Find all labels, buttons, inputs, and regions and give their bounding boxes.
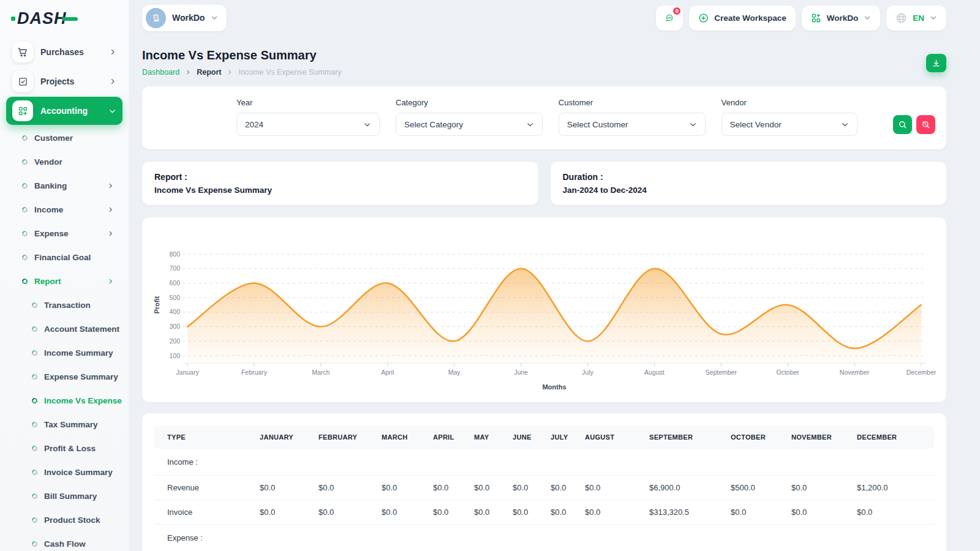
sidebar-item-product-stock[interactable]: Product Stock <box>0 508 129 532</box>
filter-panel: Year 2024 Category Select Category Custo… <box>142 86 946 149</box>
sidebar-item-label: Profit & Loss <box>44 444 96 453</box>
svg-text:200: 200 <box>169 337 180 345</box>
chat-button[interactable]: 0 <box>656 6 683 31</box>
sidebar-item-profit-loss[interactable]: Profit & Loss <box>0 437 129 460</box>
svg-text:December: December <box>907 369 937 376</box>
bullet-icon <box>31 516 39 524</box>
chevron-right-icon <box>107 278 114 285</box>
chevron-right-icon <box>109 48 116 56</box>
workspace-selector[interactable]: WorkDo <box>142 5 227 31</box>
bullet-icon <box>31 444 39 452</box>
bullet-icon <box>31 373 39 381</box>
duration-value: Jan-2024 to Dec-2024 <box>563 186 935 195</box>
sidebar-item-financial-goal[interactable]: Financial Goal <box>0 246 129 269</box>
income-expense-table: TYPEJANUARYFEBRUARYMARCHAPRILMAYJUNEJULY… <box>154 425 934 551</box>
sidebar-item-projects[interactable]: Projects <box>6 67 123 96</box>
workspace-avatar <box>146 8 166 28</box>
search-off-icon <box>921 120 930 129</box>
sidebar-item-label: Customer <box>34 133 73 143</box>
workspace-name: WorkDo <box>172 13 205 23</box>
sidebar-item-label: Tax Summary <box>44 420 98 429</box>
svg-text:May: May <box>448 369 461 376</box>
column-header: JUNE <box>507 425 545 449</box>
sidebar-item-expense[interactable]: Expense <box>0 222 129 246</box>
customer-select-value: Select Customer <box>567 120 628 129</box>
chevron-down-icon <box>211 14 218 21</box>
column-header: JULY <box>545 425 579 449</box>
sidebar-item-transaction[interactable]: Transaction <box>0 293 129 317</box>
category-select[interactable]: Select Category <box>396 113 543 136</box>
language-selector[interactable]: EN <box>886 6 946 31</box>
svg-text:January: January <box>176 369 199 376</box>
cart-icon <box>12 42 33 62</box>
table-header-row: TYPEJANUARYFEBRUARYMARCHAPRILMAYJUNEJULY… <box>154 425 934 449</box>
column-header: JANUARY <box>254 425 312 449</box>
sidebar-item-invoice-summary[interactable]: Invoice Summary <box>0 460 129 484</box>
breadcrumb-report-link[interactable]: Report <box>197 68 221 77</box>
create-workspace-button[interactable]: Create Workspace <box>689 6 796 31</box>
sidebar-item-label: Vendor <box>34 157 62 167</box>
bullet-icon <box>31 301 39 309</box>
workdo-menu-button[interactable]: WorkDo <box>802 6 881 31</box>
breadcrumb-dashboard-link[interactable]: Dashboard <box>142 68 179 77</box>
sidebar-item-banking[interactable]: Banking <box>0 174 129 198</box>
sidebar-item-label: Invoice Summary <box>44 468 113 477</box>
report-summary-card: Report : Income Vs Expense Summary <box>142 162 538 205</box>
column-header: DECEMBER <box>851 425 934 449</box>
accounting-submenu: Customer Vendor Banking Income Expense F… <box>0 126 129 551</box>
workdo-menu-label: WorkDo <box>827 13 859 23</box>
bullet-icon <box>21 134 29 142</box>
vendor-select[interactable]: Select Vendor <box>722 113 858 136</box>
chevron-right-icon <box>107 230 114 237</box>
sidebar-item-purchases[interactable]: Purchases <box>6 38 123 66</box>
accounting-grid-icon <box>12 100 33 121</box>
duration-summary-card: Duration : Jan-2024 to Dec-2024 <box>551 162 947 205</box>
sidebar-item-bill-summary[interactable]: Bill Summary <box>0 484 129 508</box>
sidebar-item-report[interactable]: Report <box>0 269 129 293</box>
sidebar-item-account-statement[interactable]: Account Statement <box>0 317 129 341</box>
svg-text:April: April <box>381 369 394 376</box>
chevron-down-icon <box>363 121 371 129</box>
sidebar-item-cash-flow[interactable]: Cash Flow <box>0 532 129 551</box>
customer-select[interactable]: Select Customer <box>559 113 706 136</box>
svg-text:February: February <box>241 369 268 376</box>
sidebar-item-tax-summary[interactable]: Tax Summary <box>0 413 129 437</box>
sidebar-item-expense-summary[interactable]: Expense Summary <box>0 365 129 389</box>
svg-text:June: June <box>514 369 528 376</box>
chevron-right-icon <box>109 78 116 85</box>
bullet-icon <box>31 492 39 500</box>
sidebar-item-accounting[interactable]: Accounting <box>6 97 123 125</box>
svg-text:August: August <box>644 369 665 376</box>
category-select-value: Select Category <box>404 120 463 129</box>
sidebar-item-label: Cash Flow <box>44 539 86 549</box>
bullet-icon <box>21 206 29 214</box>
sidebar-item-label: Account Statement <box>44 324 119 334</box>
svg-text:July: July <box>582 369 594 376</box>
sidebar-item-income-summary[interactable]: Income Summary <box>0 341 129 365</box>
year-select-value: 2024 <box>245 120 263 129</box>
chevron-down-icon <box>526 121 534 129</box>
sidebar-item-income-vs-expense[interactable]: Income Vs Expense <box>0 389 129 413</box>
sidebar-item-label: Product Stock <box>44 515 100 525</box>
brand-logo[interactable]: DASH <box>0 0 129 37</box>
column-header: FEBRUARY <box>312 425 375 449</box>
bullet-icon <box>31 397 39 405</box>
sidebar-item-label: Expense <box>34 229 69 238</box>
apply-filter-button[interactable] <box>893 115 912 134</box>
sidebar-item-income[interactable]: Income <box>0 198 129 222</box>
duration-label: Duration : <box>563 172 935 182</box>
chevron-right-icon <box>185 69 191 75</box>
reset-filter-button[interactable] <box>916 115 935 134</box>
svg-text:Months: Months <box>542 383 566 391</box>
page-header: Income Vs Expense Summary Dashboard Repo… <box>142 36 946 77</box>
column-header: MARCH <box>375 425 427 449</box>
download-button[interactable] <box>926 54 946 72</box>
column-header: MAY <box>468 425 507 449</box>
chevron-down-icon <box>689 121 697 129</box>
search-icon <box>898 120 907 129</box>
svg-text:300: 300 <box>169 323 180 330</box>
sidebar-item-vendor[interactable]: Vendor <box>0 150 129 174</box>
sidebar-item-customer[interactable]: Customer <box>0 126 129 150</box>
sidebar-item-label: Bill Summary <box>44 492 97 501</box>
year-select[interactable]: 2024 <box>236 113 380 136</box>
